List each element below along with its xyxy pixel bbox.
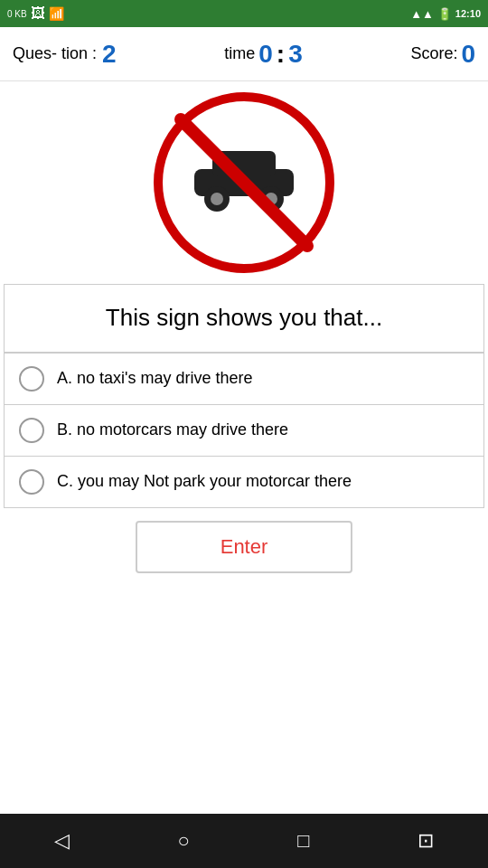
status-bar: 0 KB 🖼 📶 ▲▲ 🔋 12:10	[0, 0, 488, 27]
score-label: Score:	[410, 44, 457, 63]
status-right-icons: ▲▲ 🔋 12:10	[410, 7, 481, 21]
recent-icon[interactable]: □	[297, 829, 309, 853]
status-left: 0 KB 🖼 📶	[7, 5, 64, 22]
option-b-row[interactable]: B. no motorcars may drive there	[4, 405, 484, 457]
time-label: time	[224, 44, 255, 63]
option-c-text: C. you may Not park your motorcar there	[57, 472, 352, 491]
question-label: Ques- tion :	[13, 44, 97, 64]
option-a-row[interactable]: A. no taxi's may drive there	[4, 353, 484, 405]
time-colon: :	[277, 40, 285, 69]
option-b-text: B. no motorcars may drive there	[57, 420, 288, 439]
content-spacer	[0, 573, 488, 814]
screenshot-icon[interactable]: ⊡	[418, 829, 434, 853]
back-icon[interactable]: ◁	[54, 829, 70, 853]
wifi-icon: 📶	[49, 6, 64, 21]
header-row: Ques- tion : 2 time 0 : 3 Score: 0	[0, 27, 488, 81]
enter-btn-container: Enter	[0, 521, 488, 573]
option-b-radio[interactable]	[19, 418, 44, 443]
enter-button[interactable]: Enter	[136, 521, 352, 573]
option-a-radio[interactable]	[19, 366, 44, 392]
image-icon: 🖼	[31, 5, 45, 22]
score-value: 0	[461, 40, 475, 69]
question-text: This sign shows you that...	[106, 304, 382, 331]
signal-icon: ▲▲	[410, 7, 434, 21]
home-icon[interactable]: ○	[177, 829, 189, 853]
option-c-row[interactable]: C. you may Not park your motorcar there	[4, 457, 484, 508]
nav-bar: ◁ ○ □ ⊡	[0, 814, 488, 868]
question-number: 2	[102, 40, 117, 69]
no-cars-sign	[154, 92, 334, 273]
options-container: A. no taxi's may drive there B. no motor…	[4, 353, 484, 508]
sign-container	[0, 81, 488, 284]
time-seconds: 3	[288, 40, 303, 69]
battery-icon: 🔋	[437, 7, 452, 21]
data-usage: 0 KB	[7, 9, 27, 19]
option-a-text: A. no taxi's may drive there	[57, 369, 253, 388]
question-box: This sign shows you that...	[4, 284, 484, 353]
svg-point-5	[211, 193, 223, 205]
option-c-radio[interactable]	[19, 469, 44, 495]
status-time: 12:10	[455, 8, 481, 19]
time-minutes: 0	[258, 40, 273, 69]
